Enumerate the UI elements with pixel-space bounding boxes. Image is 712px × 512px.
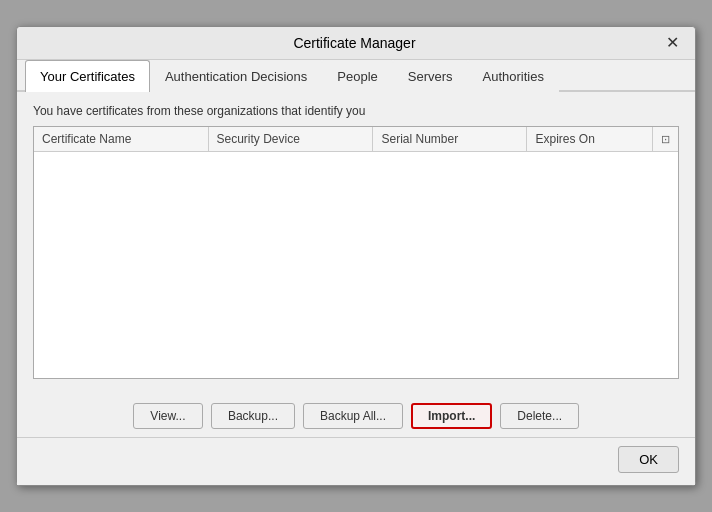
close-button[interactable]: ✕ (662, 35, 683, 51)
title-bar: Certificate Manager ✕ (17, 27, 695, 60)
tabs-bar: Your Certificates Authentication Decisio… (17, 60, 695, 92)
tab-servers[interactable]: Servers (393, 60, 468, 92)
col-security-device[interactable]: Security Device (208, 127, 373, 152)
col-serial-number[interactable]: Serial Number (373, 127, 527, 152)
tab-authorities[interactable]: Authorities (468, 60, 559, 92)
table-header-row: Certificate Name Security Device Serial … (34, 127, 678, 152)
tab-authentication-decisions[interactable]: Authentication Decisions (150, 60, 322, 92)
button-bar: View... Backup... Backup All... Import..… (17, 391, 695, 437)
resize-icon: ⊡ (661, 133, 670, 145)
footer-bar: OK (17, 437, 695, 485)
delete-button[interactable]: Delete... (500, 403, 579, 429)
import-button[interactable]: Import... (411, 403, 492, 429)
tab-people[interactable]: People (322, 60, 392, 92)
col-expires-on[interactable]: Expires On (527, 127, 653, 152)
tab-your-certificates[interactable]: Your Certificates (25, 60, 150, 92)
col-resize: ⊡ (653, 127, 679, 152)
backup-button[interactable]: Backup... (211, 403, 295, 429)
content-area: You have certificates from these organiz… (17, 92, 695, 391)
ok-button[interactable]: OK (618, 446, 679, 473)
view-button[interactable]: View... (133, 403, 203, 429)
certificates-table-container[interactable]: Certificate Name Security Device Serial … (33, 126, 679, 379)
dialog-title: Certificate Manager (47, 35, 662, 51)
content-description: You have certificates from these organiz… (33, 104, 679, 118)
col-certificate-name[interactable]: Certificate Name (34, 127, 208, 152)
certificate-manager-dialog: Certificate Manager ✕ Your Certificates … (16, 26, 696, 486)
certificates-table: Certificate Name Security Device Serial … (34, 127, 678, 152)
backup-all-button[interactable]: Backup All... (303, 403, 403, 429)
